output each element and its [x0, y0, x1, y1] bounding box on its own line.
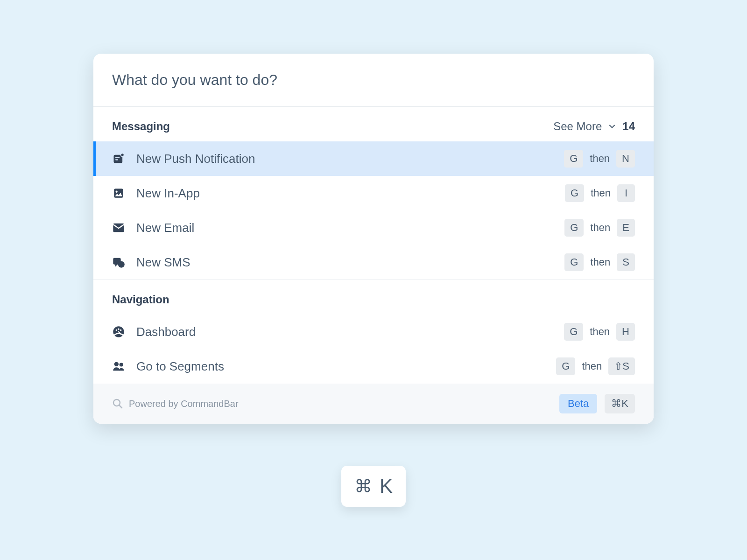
- command-label: Go to Segments: [136, 359, 224, 374]
- then-text: then: [590, 222, 610, 234]
- command-left: New SMS: [112, 255, 190, 270]
- shortcut: G then N: [564, 150, 635, 168]
- key: ⇧S: [608, 357, 635, 375]
- svg-point-5: [116, 191, 118, 193]
- see-more-label: See More: [553, 120, 602, 133]
- shortcut: G then ⇧S: [556, 357, 635, 375]
- shortcut: G then I: [565, 184, 635, 202]
- key: G: [564, 323, 583, 341]
- shortcut-hint: ⌘ K: [341, 466, 406, 507]
- footer: Powered by CommandBar Beta ⌘K: [93, 384, 654, 424]
- key: H: [616, 323, 635, 341]
- then-text: then: [590, 256, 610, 268]
- command-item-new-sms[interactable]: New SMS G then S: [93, 245, 654, 280]
- footer-right: Beta ⌘K: [559, 394, 635, 413]
- svg-point-8: [116, 329, 118, 331]
- search-container: [93, 54, 654, 107]
- command-label: New Email: [136, 221, 194, 235]
- key: N: [616, 150, 635, 168]
- footer-left: Powered by CommandBar: [112, 398, 239, 409]
- command-label: New In-App: [136, 186, 200, 201]
- svg-rect-4: [114, 189, 123, 198]
- command-label: New SMS: [136, 255, 190, 270]
- push-notification-icon: [112, 152, 125, 165]
- section-header-navigation: Navigation: [93, 280, 654, 315]
- command-item-dashboard[interactable]: Dashboard G then H: [93, 315, 654, 349]
- svg-point-9: [120, 329, 122, 331]
- key: S: [617, 253, 635, 271]
- shortcut: G then H: [564, 323, 635, 341]
- command-left: New In-App: [112, 186, 200, 201]
- command-left: Go to Segments: [112, 359, 224, 374]
- key: E: [617, 219, 635, 237]
- key: G: [564, 150, 583, 168]
- footer-text: Powered by CommandBar: [129, 399, 239, 409]
- shortcut: G then S: [564, 253, 635, 271]
- search-input[interactable]: [112, 71, 635, 89]
- sms-icon: [112, 256, 125, 269]
- dashboard-icon: [112, 325, 125, 338]
- key: G: [564, 219, 584, 237]
- command-icon: ⌘: [354, 476, 372, 497]
- then-text: then: [591, 187, 611, 199]
- then-text: then: [590, 326, 610, 338]
- command-palette: Messaging See More 14 New Push Notificat…: [93, 54, 654, 424]
- svg-point-10: [118, 328, 120, 330]
- segments-icon: [112, 360, 125, 373]
- svg-point-1: [121, 153, 124, 156]
- command-item-new-push-notification[interactable]: New Push Notification G then N: [93, 141, 654, 176]
- section-header-messaging: Messaging See More 14: [93, 107, 654, 141]
- svg-rect-2: [115, 157, 120, 158]
- svg-point-12: [120, 363, 123, 366]
- command-left: New Email: [112, 221, 194, 235]
- email-icon: [112, 221, 125, 234]
- then-text: then: [582, 360, 602, 372]
- beta-badge: Beta: [559, 394, 597, 413]
- svg-point-11: [114, 362, 119, 366]
- command-item-new-email[interactable]: New Email G then E: [93, 210, 654, 245]
- command-left: New Push Notification: [112, 152, 255, 166]
- footer-shortcut: ⌘K: [605, 394, 635, 413]
- command-label: Dashboard: [136, 325, 196, 339]
- commandbar-logo-icon: [112, 398, 123, 409]
- then-text: then: [590, 153, 610, 165]
- section-title: Navigation: [112, 293, 169, 306]
- key: I: [617, 184, 635, 202]
- key: G: [565, 184, 584, 202]
- command-left: Dashboard: [112, 325, 196, 339]
- in-app-icon: [112, 187, 125, 200]
- shortcut-key: K: [380, 475, 393, 497]
- see-more-button[interactable]: See More 14: [553, 120, 635, 133]
- shortcut: G then E: [564, 219, 635, 237]
- svg-point-6: [118, 261, 125, 268]
- see-more-count: 14: [622, 120, 635, 133]
- key: G: [556, 357, 575, 375]
- section-title: Messaging: [112, 120, 170, 133]
- svg-rect-3: [115, 159, 118, 160]
- command-label: New Push Notification: [136, 152, 255, 166]
- command-item-new-in-app[interactable]: New In-App G then I: [93, 176, 654, 210]
- key: G: [564, 253, 584, 271]
- command-item-go-to-segments[interactable]: Go to Segments G then ⇧S: [93, 349, 654, 384]
- chevron-down-icon: [607, 122, 617, 131]
